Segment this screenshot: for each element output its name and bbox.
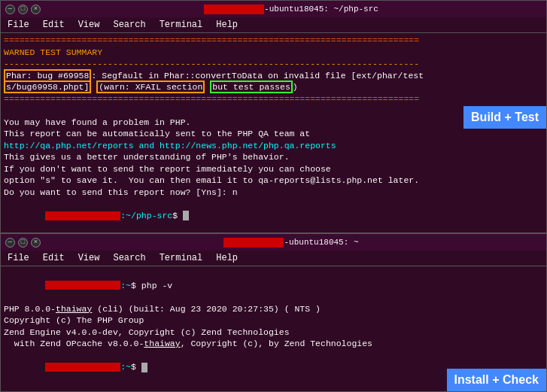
report-line-1: This report can be automatically sent to… — [4, 128, 543, 140]
top-prompt-dir: :~/php-src — [120, 211, 172, 220]
bottom-menu-file[interactable]: File — [5, 252, 32, 264]
bottom-terminal: — □ × -ubuntu18045: ~ File Edit View Sea… — [0, 233, 547, 392]
bottom-prompt-dir: :~ — [120, 281, 131, 290]
bottom-titlebar: — □ × -ubuntu18045: ~ — [1, 234, 546, 251]
top-titlebar-controls[interactable]: — □ × — [5, 5, 41, 14]
menu-file[interactable]: File — [5, 19, 32, 31]
bottom-menu-help[interactable]: Help — [214, 252, 240, 264]
bottom-menu-view[interactable]: View — [76, 252, 102, 264]
bottom-window-title: -ubuntu18045: ~ — [41, 238, 542, 248]
report-line-5: option "s" to save it. You can then emai… — [4, 175, 543, 187]
menu-search[interactable]: Search — [111, 19, 147, 31]
install-check-badge[interactable]: Install + Check — [447, 369, 547, 391]
top-prompt-line: :~/php-src$ — [4, 198, 543, 233]
report-line-4: If you don't want to send the report imm… — [4, 163, 543, 175]
top-window-title: -ubuntu18045: ~/php-src — [41, 5, 542, 14]
maximize-button[interactable]: □ — [18, 5, 28, 14]
bottom-close-button[interactable]: × — [31, 238, 41, 248]
bottom-menubar: File Edit View Search Terminal Help — [1, 251, 546, 266]
bottom-cursor — [141, 363, 147, 372]
bug-box-passes: but test passes — [210, 81, 293, 93]
separator-2: ----------------------------------------… — [4, 58, 543, 70]
thaiway-2: thaiway — [144, 339, 180, 348]
bottom-prompt-php: :~$ php -v — [4, 268, 543, 303]
bottom-menu-edit[interactable]: Edit — [41, 252, 67, 264]
menu-terminal[interactable]: Terminal — [157, 19, 205, 31]
top-menubar: File Edit View Search Terminal Help — [1, 17, 546, 33]
zend-engine-line: Zend Engine v4.0.0-dev, Copyright (c) Ze… — [4, 327, 543, 339]
zend-opcache-line: with Zend OPcache v8.0.0-thaiway, Copyri… — [4, 338, 543, 350]
bug-line-2: s/bug69958.phpt] (warn: XFAIL section bu… — [4, 81, 543, 93]
top-terminal: — □ × -ubuntu18045: ~/php-src File Edit … — [0, 0, 547, 233]
report-line-3: This gives us a better understanding of … — [4, 151, 543, 163]
top-cursor — [183, 211, 189, 220]
bug-box-1: Phar: bug #69958 — [4, 69, 91, 82]
warned-summary: WARNED TEST SUMMARY — [4, 47, 543, 59]
bottom-prompt-redacted — [45, 281, 120, 290]
report-line-2: http://qa.php.net/reports and http://new… — [4, 140, 543, 152]
minimize-button[interactable]: — — [5, 5, 15, 14]
top-terminal-content: ========================================… — [1, 33, 546, 235]
bottom-menu-terminal[interactable]: Terminal — [157, 252, 205, 264]
menu-edit[interactable]: Edit — [41, 19, 67, 31]
bottom-titlebar-controls[interactable]: — □ × — [5, 238, 41, 248]
bottom-final-redacted — [45, 363, 120, 372]
close-button[interactable]: × — [31, 5, 41, 14]
bottom-minimize-button[interactable]: — — [5, 238, 15, 248]
bug-box-2: s/bug69958.phpt] — [4, 81, 91, 93]
menu-help[interactable]: Help — [214, 19, 240, 31]
top-prompt-redacted — [45, 211, 120, 220]
build-test-badge[interactable]: Build + Test — [463, 106, 546, 129]
separator-3: ========================================… — [4, 93, 543, 105]
separator-1: ========================================… — [4, 35, 543, 47]
problem-line: You may have found a problem in PHP. — [4, 117, 543, 129]
bug-box-xfail: (warn: XFAIL section — [96, 81, 205, 93]
php-version-line: PHP 8.0.0-thaiway (cli) (built: Aug 23 2… — [4, 303, 543, 315]
menu-view[interactable]: View — [76, 19, 102, 31]
report-line-6: Do you want to send this report now? [Yn… — [4, 187, 543, 199]
thaiway-1: thaiway — [56, 304, 92, 314]
bug-line-1: Phar: bug #69958: Segfault in Phar::conv… — [4, 70, 543, 82]
bottom-redacted-username — [223, 238, 284, 248]
redacted-username — [204, 5, 264, 14]
blank-line — [4, 105, 543, 117]
bottom-maximize-button[interactable]: □ — [18, 238, 28, 248]
top-titlebar: — □ × -ubuntu18045: ~/php-src — [1, 1, 546, 17]
bottom-final-dir: :~ — [120, 362, 131, 372]
bottom-menu-search[interactable]: Search — [111, 252, 147, 264]
copyright-line: Copyright (c) The PHP Group — [4, 315, 543, 327]
